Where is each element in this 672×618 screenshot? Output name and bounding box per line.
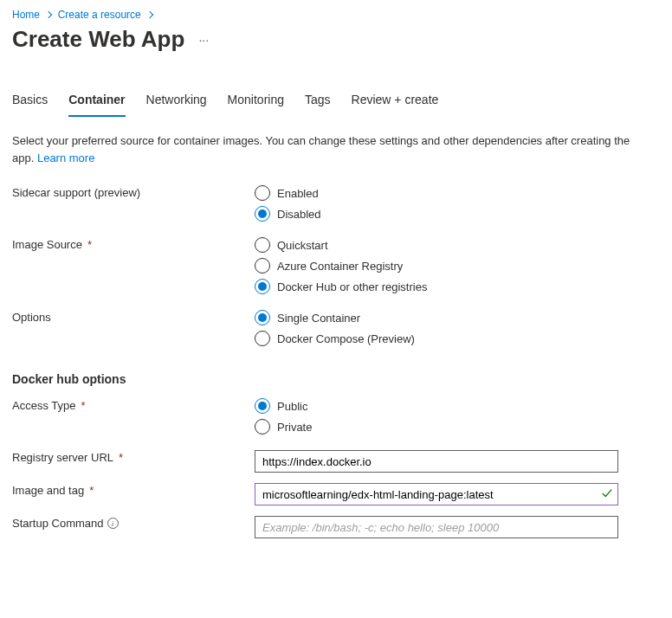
radio-icon xyxy=(255,279,270,294)
registry-url-label: Registry server URL* xyxy=(12,450,255,464)
tab-tags[interactable]: Tags xyxy=(305,89,331,117)
image-tag-input[interactable] xyxy=(255,483,618,505)
options-label: Options xyxy=(12,310,255,324)
learn-more-link[interactable]: Learn more xyxy=(37,151,94,164)
tab-review-create[interactable]: Review + create xyxy=(352,89,439,117)
tab-container[interactable]: Container xyxy=(68,89,125,117)
radio-icon xyxy=(255,206,270,222)
required-icon: * xyxy=(119,451,123,464)
radio-label: Private xyxy=(277,421,312,434)
tab-basics[interactable]: Basics xyxy=(12,89,48,117)
breadcrumb: Home Create a resource xyxy=(12,9,660,21)
radio-label: Public xyxy=(277,400,307,413)
image-source-docker-hub-radio[interactable]: Docker Hub or other registries xyxy=(255,279,618,294)
sidecar-enabled-radio[interactable]: Enabled xyxy=(255,185,618,201)
options-docker-compose-radio[interactable]: Docker Compose (Preview) xyxy=(255,331,618,346)
access-type-label: Access Type* xyxy=(12,398,255,412)
radio-label: Docker Compose (Preview) xyxy=(277,332,415,345)
radio-icon xyxy=(255,185,270,201)
radio-icon xyxy=(255,419,270,435)
chevron-right-icon xyxy=(46,9,51,21)
radio-label: Quickstart xyxy=(277,239,328,252)
required-icon: * xyxy=(81,399,85,412)
required-icon: * xyxy=(89,484,94,497)
radio-label: Enabled xyxy=(277,187,319,200)
access-type-private-radio[interactable]: Private xyxy=(255,419,618,435)
radio-icon xyxy=(255,237,270,253)
radio-icon xyxy=(255,331,270,346)
docker-hub-section-header: Docker hub options xyxy=(12,372,660,386)
intro-text: Select your preferred source for contain… xyxy=(12,132,644,166)
breadcrumb-create-resource[interactable]: Create a resource xyxy=(58,9,141,21)
radio-icon xyxy=(255,258,270,274)
tab-monitoring[interactable]: Monitoring xyxy=(228,89,284,117)
checkmark-icon xyxy=(601,487,613,502)
access-type-public-radio[interactable]: Public xyxy=(255,398,618,414)
page-title: Create Web App xyxy=(12,26,184,53)
radio-icon xyxy=(255,310,270,325)
breadcrumb-home[interactable]: Home xyxy=(12,9,40,21)
radio-label: Single Container xyxy=(277,312,360,325)
info-icon[interactable]: i xyxy=(107,518,119,529)
image-tag-label: Image and tag* xyxy=(12,483,255,497)
radio-label: Azure Container Registry xyxy=(277,260,403,273)
more-actions-button[interactable]: ··· xyxy=(195,31,212,48)
tab-networking[interactable]: Networking xyxy=(146,89,207,117)
startup-command-input[interactable] xyxy=(255,516,618,538)
radio-icon xyxy=(255,398,270,414)
options-single-container-radio[interactable]: Single Container xyxy=(255,310,618,325)
radio-label: Disabled xyxy=(277,208,321,221)
sidecar-label: Sidecar support (preview) xyxy=(12,185,255,199)
radio-label: Docker Hub or other registries xyxy=(277,280,427,293)
sidecar-disabled-radio[interactable]: Disabled xyxy=(255,206,618,222)
image-source-acr-radio[interactable]: Azure Container Registry xyxy=(255,258,618,274)
startup-command-label: Startup Command i xyxy=(12,516,255,530)
image-source-quickstart-radio[interactable]: Quickstart xyxy=(255,237,618,253)
required-icon: * xyxy=(87,238,92,251)
registry-url-input[interactable] xyxy=(255,450,618,473)
image-source-label: Image Source* xyxy=(12,237,255,251)
chevron-right-icon xyxy=(147,9,152,21)
tabs: Basics Container Networking Monitoring T… xyxy=(12,89,660,117)
